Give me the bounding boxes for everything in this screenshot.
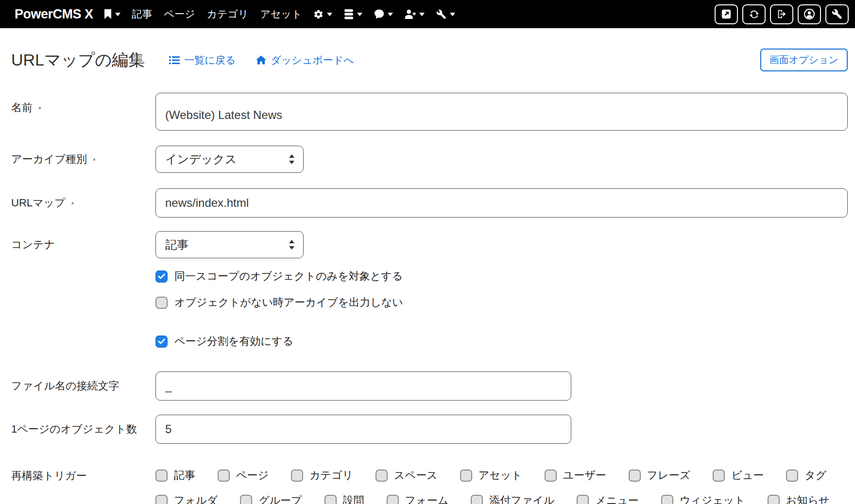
checkbox[interactable] xyxy=(155,336,168,348)
field-row-name: 名前 * xyxy=(11,93,848,131)
trigger-row-1: 記事ページカテゴリスペースアセットユーザーフレーズビュータグ xyxy=(155,468,848,483)
trigger-label: 記事 xyxy=(174,468,195,483)
checkbox[interactable] xyxy=(218,470,230,482)
trigger-checkbox-item[interactable]: ユーザー xyxy=(545,468,606,483)
trigger-label: ウィジェット xyxy=(680,493,745,504)
trigger-checkbox-item[interactable]: お知らせ xyxy=(768,493,830,504)
scope-option-label: 同一スコープのオブジェクトのみを対象とする xyxy=(174,269,403,284)
trigger-checkbox-item[interactable]: 添付ファイル xyxy=(471,493,554,504)
sign-out-button[interactable] xyxy=(770,4,793,24)
trigger-label: お知らせ xyxy=(786,493,830,504)
chevron-down-icon xyxy=(419,12,425,17)
trigger-label: カテゴリ xyxy=(309,468,353,483)
url-map-label: URLマップ xyxy=(11,196,66,210)
chevron-down-icon xyxy=(115,12,120,17)
page-title: URLマップの編集 xyxy=(11,49,145,71)
checkbox[interactable] xyxy=(155,270,168,283)
checkbox[interactable] xyxy=(629,470,641,482)
field-row-objects-per-page: 1ページのオブジェクト数 xyxy=(11,415,848,444)
trigger-checkbox-item[interactable]: ページ xyxy=(218,468,269,483)
name-input[interactable] xyxy=(155,93,848,131)
rebuild-trigger-label: 再構築トリガー xyxy=(11,469,87,483)
nav-item-assets[interactable]: アセット xyxy=(260,7,302,21)
objects-per-page-input[interactable] xyxy=(155,415,571,444)
trigger-label: フォーム xyxy=(405,493,449,504)
rebuild-button[interactable] xyxy=(742,4,766,24)
view-site-button[interactable] xyxy=(715,4,738,24)
filename-joiner-input[interactable] xyxy=(155,371,571,401)
trigger-checkbox-item[interactable]: フォルダ xyxy=(155,493,218,504)
pagination-option-label: ページ分割を有効にする xyxy=(174,334,293,349)
tools-menu[interactable] xyxy=(436,9,455,19)
nav-item-categories[interactable]: カテゴリ xyxy=(207,7,249,21)
nav-item-entries[interactable]: 記事 xyxy=(132,7,153,21)
field-row-rebuild-trigger: 再構築トリガー 記事ページカテゴリスペースアセットユーザーフレーズビュータグ フ… xyxy=(11,468,848,504)
dashboard-link[interactable]: ダッシュボードへ xyxy=(256,53,354,67)
checkbox[interactable] xyxy=(376,470,388,482)
checkbox[interactable] xyxy=(325,495,337,504)
container-options: 同一スコープのオブジェクトのみを対象とする オブジェクトがない時アーカイブを出力… xyxy=(155,269,848,349)
user-admin-menu[interactable] xyxy=(405,9,425,19)
checkbox[interactable] xyxy=(155,297,168,309)
checkbox[interactable] xyxy=(661,495,673,504)
account-button[interactable] xyxy=(798,4,821,24)
checkbox[interactable] xyxy=(291,470,303,482)
checkbox[interactable] xyxy=(155,470,168,482)
trigger-checkbox-item[interactable]: フォーム xyxy=(387,493,449,504)
pagination-option[interactable]: ページ分割を有効にする xyxy=(155,334,848,349)
trigger-label: メニュー xyxy=(595,493,639,504)
container-label: コンテナ xyxy=(11,237,55,252)
trigger-label: フォルダ xyxy=(174,493,218,504)
brand-logo[interactable]: PowerCMS X xyxy=(15,7,93,22)
select-arrows-icon xyxy=(288,154,295,165)
url-map-input[interactable] xyxy=(155,188,848,218)
scope-option[interactable]: 同一スコープのオブジェクトのみを対象とする xyxy=(155,269,848,284)
select-arrows-icon xyxy=(288,239,295,250)
refresh-icon xyxy=(749,9,760,20)
trigger-checkbox-item[interactable]: ウィジェット xyxy=(661,493,745,504)
trigger-checkbox-item[interactable]: 設問 xyxy=(325,493,364,504)
home-icon xyxy=(256,55,266,65)
checkbox[interactable] xyxy=(713,470,725,482)
bookmark-icon xyxy=(104,9,112,19)
checkbox[interactable] xyxy=(240,495,252,504)
required-mark: * xyxy=(93,156,96,165)
trigger-checkbox-item[interactable]: スペース xyxy=(376,468,438,483)
main-content: URLマップの編集 一覧に戻る ダッシュボードへ 画面オプション 名前 * アー… xyxy=(0,49,855,504)
trigger-label: アセット xyxy=(479,468,522,483)
trigger-checkbox-item[interactable]: アセット xyxy=(460,468,522,483)
screen-options-button[interactable]: 画面オプション xyxy=(760,49,848,71)
chevron-down-icon xyxy=(450,12,455,17)
tools-button[interactable] xyxy=(825,4,849,24)
back-to-list-link[interactable]: 一覧に戻る xyxy=(169,53,236,67)
checkbox[interactable] xyxy=(155,495,168,504)
nav-item-pages[interactable]: ページ xyxy=(164,7,195,21)
trigger-checkbox-item[interactable]: グループ xyxy=(240,493,302,504)
trigger-row-2: フォルダグループ設問フォーム添付ファイルメニューウィジェットお知らせ xyxy=(155,493,848,504)
bookmark-menu[interactable] xyxy=(104,9,120,19)
no-object-option[interactable]: オブジェクトがない時アーカイブを出力しない xyxy=(155,295,848,310)
objects-per-page-label: 1ページのオブジェクト数 xyxy=(11,422,137,437)
sign-out-icon xyxy=(776,9,787,19)
trigger-checkbox-item[interactable]: フレーズ xyxy=(629,468,691,483)
checkbox[interactable] xyxy=(786,470,798,482)
trigger-checkbox-item[interactable]: ビュー xyxy=(713,468,764,483)
checkbox[interactable] xyxy=(577,495,589,504)
container-select[interactable]: 記事 xyxy=(155,231,304,258)
name-label: 名前 xyxy=(11,101,33,115)
settings-menu[interactable] xyxy=(313,9,332,19)
page-header: URLマップの編集 一覧に戻る ダッシュボードへ 画面オプション xyxy=(11,49,848,71)
checkbox[interactable] xyxy=(768,495,780,504)
checkbox[interactable] xyxy=(471,495,483,504)
checkbox[interactable] xyxy=(460,470,472,482)
trigger-checkbox-item[interactable]: 記事 xyxy=(155,468,195,483)
database-menu[interactable] xyxy=(344,9,362,19)
trigger-checkbox-item[interactable]: カテゴリ xyxy=(291,468,353,483)
comments-menu[interactable] xyxy=(374,9,393,19)
checkbox[interactable] xyxy=(545,470,557,482)
trigger-checkbox-item[interactable]: タグ xyxy=(786,468,826,483)
archive-type-select[interactable]: インデックス xyxy=(155,146,304,173)
wrench-icon xyxy=(436,9,446,19)
trigger-checkbox-item[interactable]: メニュー xyxy=(577,493,639,504)
checkbox[interactable] xyxy=(387,495,399,504)
